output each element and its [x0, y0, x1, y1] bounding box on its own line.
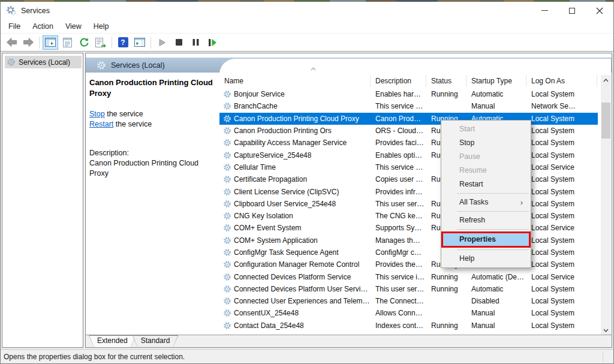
tab-standard[interactable]: Standard [133, 335, 179, 347]
service-logon-cell: Local Service [526, 224, 597, 232]
service-startup-cell: Automatic [466, 285, 526, 293]
table-row[interactable]: Client License Service (ClipSVC)Provides… [219, 185, 598, 197]
service-description-cell: Supports Sy… [371, 224, 426, 232]
service-name-cell: ConfigMgr Task Sequence Agent [219, 248, 371, 257]
column-header-status[interactable]: Status [426, 75, 466, 87]
stop-service-icon [175, 38, 183, 46]
service-name: BranchCache [234, 102, 278, 110]
service-description-cell: The CNG ke… [371, 212, 426, 220]
toolbar-separator [151, 37, 151, 49]
context-menu-item-restart[interactable]: Restart [441, 178, 531, 191]
console-tree-icon [45, 38, 56, 47]
help-button[interactable]: ? [115, 35, 131, 50]
show-console-tree-button[interactable] [43, 35, 58, 50]
service-description-cell: Manages th… [371, 236, 426, 245]
minimize-button[interactable] [531, 2, 558, 19]
menubar-item-file[interactable]: File [2, 20, 26, 32]
back-button[interactable] [4, 35, 19, 50]
toolbar: ? [1, 34, 613, 52]
service-logon-cell: Local System [526, 127, 597, 135]
minimize-icon [541, 10, 548, 11]
window-title: Services [21, 7, 50, 15]
service-list-rows: Bonjour ServiceEnables har…RunningAutoma… [219, 88, 598, 335]
menubar-item-action[interactable]: Action [26, 20, 59, 32]
service-gear-icon [223, 175, 231, 183]
context-menu-item-help[interactable]: Help [441, 252, 531, 266]
stop-service-button[interactable] [171, 35, 186, 50]
tab-label: Extended [89, 335, 136, 347]
close-button[interactable] [586, 2, 613, 19]
table-row[interactable]: Capability Access Manager ServiceProvide… [219, 137, 598, 149]
context-menu-item-start: Start [441, 122, 531, 136]
service-name: Connected User Experiences and Telem… [234, 297, 370, 305]
service-name-cell: Configuration Manager Remote Control [219, 260, 371, 269]
table-row[interactable]: Certificate PropagationCopies user …Runn… [219, 173, 598, 185]
table-row[interactable]: Connected Devices Platform ServiceThis s… [219, 270, 598, 282]
table-row[interactable]: Canon Production Printing OrsORS - Cloud… [219, 125, 598, 137]
column-header-name[interactable]: Name [219, 75, 371, 87]
service-description-cell: Canon Prod… [371, 115, 426, 123]
forward-button[interactable] [20, 35, 36, 50]
service-name-cell: Cellular Time [219, 163, 371, 172]
restart-service-link[interactable]: Restart [89, 120, 113, 128]
service-description-cell: The Connect… [371, 297, 426, 305]
description-text: Canon Production Printing Cloud Proxy [89, 158, 212, 179]
context-menu-item-properties[interactable]: Properties [441, 231, 531, 248]
restart-service-icon [208, 38, 217, 47]
context-menu-item-all-tasks[interactable]: All Tasks› [441, 195, 531, 209]
start-service-button[interactable] [154, 35, 170, 50]
table-row[interactable]: Cellular TimeThis service …Local Service [219, 161, 598, 173]
tab-label: Standard [133, 335, 179, 347]
stop-service-link[interactable]: Stop [89, 110, 105, 118]
service-name: Certificate Propagation [234, 175, 307, 183]
tab-extended[interactable]: Extended [89, 335, 136, 347]
service-logon-cell: Local System [526, 175, 597, 183]
maximize-button[interactable] [558, 2, 586, 19]
context-menu-item-stop[interactable]: Stop [441, 136, 531, 150]
pause-service-button[interactable] [188, 35, 203, 50]
table-row[interactable]: ConfigMgr Task Sequence AgentConfigMgr c… [219, 246, 598, 258]
column-header-description[interactable]: Description [371, 75, 426, 87]
tree-item-services-local[interactable]: Services (Local) [5, 56, 82, 68]
service-logon-cell: Local System [526, 139, 597, 147]
table-row[interactable]: Canon Production Printing Cloud ProxyCan… [219, 113, 598, 125]
table-row[interactable]: Configuration Manager Remote ControlProv… [219, 258, 598, 270]
table-row[interactable]: COM+ Event SystemSupports Sy…RunningLoca… [219, 222, 598, 234]
service-gear-icon [223, 151, 231, 160]
vertical-scrollbar[interactable] [601, 75, 611, 335]
column-header-log-on-as[interactable]: Log On As [526, 75, 597, 87]
properties-icon [62, 38, 73, 47]
table-row[interactable]: CNG Key IsolationThe CNG ke…RunningLocal… [219, 210, 598, 222]
scroll-down-button[interactable] [601, 325, 611, 335]
menubar-item-view[interactable]: View [59, 20, 88, 32]
table-row[interactable]: BranchCacheThis service …ManualNetwork S… [219, 100, 598, 112]
table-row[interactable]: CaptureService_254e48Enables opti…Runnin… [219, 149, 598, 161]
refresh-button[interactable] [76, 35, 92, 50]
properties-button[interactable] [59, 35, 75, 50]
services-gear-icon [7, 58, 16, 67]
table-row[interactable]: ConsentUX_254e48Allows Conn…ManualLocal … [219, 307, 598, 319]
scroll-up-icon [603, 79, 609, 82]
table-row[interactable]: Connected User Experiences and Telem…The… [219, 295, 598, 307]
show-action-pane-button[interactable] [132, 35, 148, 50]
column-header-startup-type[interactable]: Startup Type [466, 75, 526, 87]
table-row[interactable]: Connected Devices Platform User Servi…Th… [219, 283, 598, 295]
service-gear-icon [223, 260, 231, 269]
forward-icon [23, 37, 34, 47]
service-name: Capability Access Manager Service [234, 139, 347, 147]
service-logon-cell: Local System [526, 200, 597, 208]
service-logon-cell: Network Se… [526, 102, 597, 110]
scrollbar-thumb[interactable] [601, 103, 610, 139]
restart-service-button[interactable] [204, 35, 220, 50]
scroll-up-button[interactable] [601, 75, 611, 85]
table-row[interactable]: COM+ System ApplicationManages th…Local … [219, 234, 598, 246]
menubar-item-help[interactable]: Help [88, 20, 115, 32]
table-row[interactable]: Contact Data_254e48Indexes cont…RunningM… [219, 320, 598, 332]
service-logon-cell: Local System [526, 188, 597, 196]
table-row[interactable]: Clipboard User Service_254e48This user s… [219, 198, 598, 210]
table-row[interactable]: Bonjour ServiceEnables har…RunningAutoma… [219, 88, 598, 100]
context-menu-item-refresh[interactable]: Refresh [441, 213, 531, 227]
export-list-button[interactable] [93, 35, 109, 50]
service-name-cell: Capability Access Manager Service [219, 139, 371, 147]
service-name-cell: Canon Production Printing Ors [219, 127, 371, 135]
